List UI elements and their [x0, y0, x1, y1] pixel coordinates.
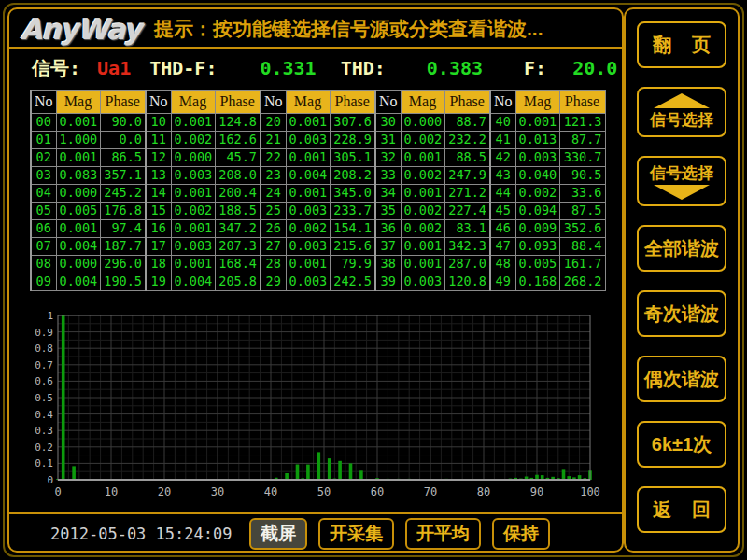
svg-text:0.2: 0.2: [35, 441, 53, 454]
harmonic-phase: 287.0: [444, 256, 490, 273]
harmonic-no: 06: [31, 220, 56, 238]
harmonic-mag: 0.001: [286, 149, 330, 167]
harmonic-no: 12: [146, 149, 171, 167]
harmonic-mag: 0.001: [56, 220, 100, 238]
harmonic-phase: 97.4: [100, 220, 146, 238]
sidebar-button-signal-select-up[interactable]: 信号选择: [637, 87, 726, 137]
harmonic-mag: 1.000: [56, 132, 100, 149]
footer-button-start-average[interactable]: 开平均: [405, 518, 481, 550]
harmonic-phase: 215.6: [330, 238, 375, 256]
harmonic-no: 04: [31, 185, 56, 203]
harmonics-table-body: 000.00190.0100.001124.8200.001307.6300.0…: [31, 114, 605, 291]
harmonic-mag: 0.000: [56, 256, 100, 273]
table-header-mag: Mag: [515, 91, 559, 114]
harmonic-no: 19: [146, 273, 171, 291]
svg-text:20: 20: [158, 485, 171, 498]
footer-button-start-acquire[interactable]: 开采集: [318, 518, 394, 550]
svg-text:30: 30: [211, 485, 224, 498]
harmonic-no: 42: [490, 149, 515, 167]
harmonic-no: 44: [490, 185, 515, 203]
sidebar-button-page-flip[interactable]: 翻 页: [637, 21, 726, 68]
harmonic-mag: 0.002: [401, 167, 444, 185]
footer-button-screenshot[interactable]: 截屏: [249, 518, 307, 550]
harmonic-bar: [338, 461, 342, 480]
harmonic-phase: 330.7: [559, 149, 605, 167]
harmonic-bar: [306, 465, 310, 480]
table-row: 070.004187.7170.003207.3270.003215.6370.…: [31, 238, 605, 256]
timestamp: 2012-05-03 15:24:09: [50, 525, 242, 543]
harmonic-no: 32: [375, 149, 401, 167]
harmonic-phase: 228.9: [330, 132, 375, 149]
sidebar-button-label: 翻 页: [653, 33, 711, 58]
harmonic-bar: [296, 465, 300, 481]
footer-button-hold[interactable]: 保持: [492, 518, 550, 550]
sidebar-button-signal-select-down[interactable]: 信号选择: [637, 156, 726, 206]
svg-text:90: 90: [530, 485, 543, 498]
harmonic-no: 01: [31, 132, 56, 149]
sidebar-button-odd-harmonics[interactable]: 奇次谐波: [637, 290, 726, 337]
sidebar-button-return[interactable]: 返 回: [637, 486, 726, 533]
topbar-separator: [8, 47, 623, 49]
harmonic-no: 29: [261, 273, 286, 291]
up-arrow-icon: [654, 93, 710, 108]
harmonic-phase: 200.4: [215, 185, 261, 203]
anyway-logo: AnyWay: [21, 13, 141, 46]
harmonic-phase: 168.4: [215, 256, 261, 273]
harmonic-mag: 0.083: [56, 167, 100, 185]
harmonic-mag: 0.002: [515, 185, 559, 203]
sidebar-button-even-harmonics[interactable]: 偶次谐波: [637, 356, 726, 402]
harmonic-mag: 0.093: [515, 238, 559, 256]
harmonic-phase: 83.1: [444, 220, 490, 238]
table-header-mag: Mag: [401, 91, 444, 114]
harmonic-phase: 176.8: [100, 203, 146, 220]
harmonic-no: 07: [31, 238, 56, 256]
svg-text:40: 40: [264, 485, 277, 498]
harmonics-bar-chart-svg: 00.10.20.30.40.50.60.70.80.9101020304050…: [24, 310, 603, 510]
harmonic-mag: 0.000: [56, 185, 100, 203]
harmonic-phase: 232.2: [444, 132, 490, 149]
sidebar-button-label: 信号选择: [650, 162, 713, 184]
harmonic-no: 35: [375, 203, 401, 220]
harmonic-phase: 79.9: [330, 256, 375, 273]
harmonic-mag: 0.003: [401, 273, 444, 291]
table-header-phase: Phase: [330, 91, 375, 114]
harmonic-mag: 0.003: [171, 238, 215, 256]
harmonic-mag: 0.001: [171, 114, 215, 132]
sidebar-button-label: 信号选择: [650, 109, 713, 131]
harmonic-phase: 162.6: [215, 132, 261, 149]
harmonic-mag: 0.001: [401, 256, 444, 273]
table-header-phase: Phase: [559, 91, 605, 114]
sidebar-button-all-harmonics[interactable]: 全部谐波: [637, 225, 726, 272]
harmonic-bar: [317, 452, 321, 480]
harmonic-no: 09: [31, 273, 56, 291]
harmonic-no: 26: [261, 220, 286, 238]
harmonic-mag: 0.005: [56, 203, 100, 220]
harmonic-phase: 247.9: [444, 167, 490, 185]
harmonic-no: 48: [490, 256, 515, 273]
harmonic-mag: 0.004: [56, 273, 100, 291]
harmonic-mag: 0.009: [515, 220, 559, 238]
harmonic-no: 08: [31, 256, 56, 273]
sidebar-button-6k-plus-minus-1[interactable]: 6k±1次: [637, 421, 726, 468]
hint-text: 提示：按功能键选择信号源或分类查看谐波...: [154, 16, 543, 42]
harmonic-phase: 208.2: [330, 167, 375, 185]
harmonic-no: 05: [31, 203, 56, 220]
harmonic-mag: 0.001: [515, 114, 559, 132]
svg-text:60: 60: [371, 485, 384, 498]
harmonic-phase: 205.8: [215, 273, 261, 291]
harmonic-mag: 0.003: [515, 149, 559, 167]
harmonic-phase: 342.3: [444, 238, 490, 256]
sidebar-button-label: 6k±1次: [652, 432, 712, 457]
thdf-value: 0.331: [260, 57, 316, 79]
svg-text:0: 0: [47, 474, 53, 486]
harmonic-no: 28: [261, 256, 286, 273]
table-header-phase: Phase: [215, 91, 261, 114]
harmonic-bar: [62, 315, 65, 480]
harmonic-mag: 0.004: [171, 273, 215, 291]
table-header-phase: Phase: [444, 91, 490, 114]
harmonic-no: 41: [490, 132, 515, 149]
harmonic-no: 39: [375, 273, 401, 291]
svg-text:1: 1: [47, 310, 53, 322]
harmonic-phase: 242.5: [330, 273, 375, 291]
harmonic-mag: 0.001: [286, 114, 330, 132]
